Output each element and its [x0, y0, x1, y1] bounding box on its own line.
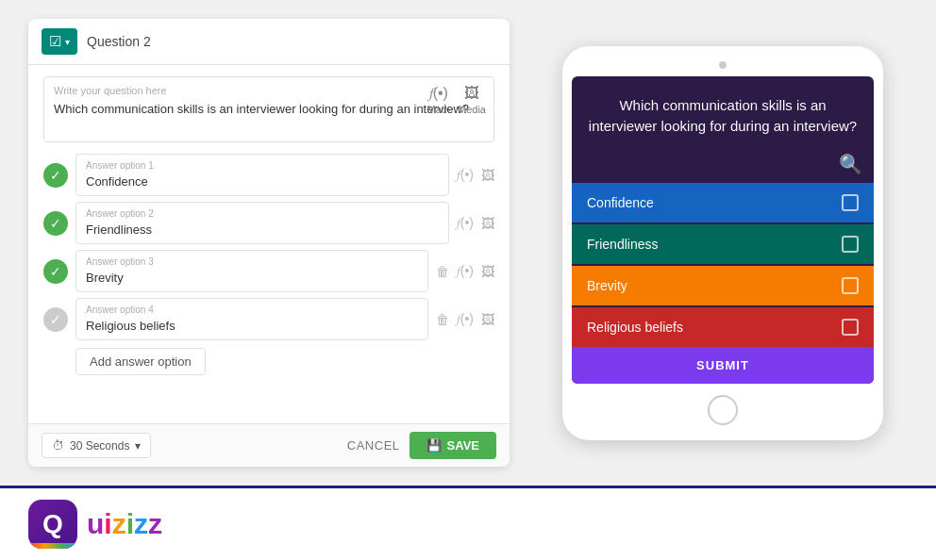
quizizz-logo-text: uizizz — [87, 508, 162, 540]
save-button[interactable]: 💾 SAVE — [410, 432, 496, 459]
question-type-button[interactable]: ☑ ▾ — [42, 28, 77, 55]
logo-text-i: i — [104, 508, 111, 539]
save-floppy-icon: 💾 — [426, 438, 442, 453]
screen-answer-4-label: Religious beliefs — [587, 320, 683, 335]
math-button[interactable]: 𝑓(•) Math — [427, 85, 450, 115]
answer-3-label: Answer option 3 — [86, 256, 418, 267]
timer-label: 30 Seconds — [70, 439, 129, 453]
bottom-bar: Q uizizz — [0, 486, 936, 560]
answer-3-math-icon[interactable]: 𝑓(•) — [457, 263, 474, 279]
screen-submit-button[interactable]: SUBMIT — [572, 347, 874, 384]
answers-list: ✓ Answer option 1 Confidence 𝑓(•) 🖼 ✓ An… — [43, 154, 494, 340]
logo-text-z: z — [112, 508, 126, 539]
question-placeholder-label: Write your question here — [54, 85, 484, 96]
device-home-button[interactable] — [708, 395, 738, 425]
screen-question-text: Which communication skills is an intervi… — [572, 76, 874, 153]
answer-4-input[interactable]: Answer option 4 Religious beliefs — [75, 298, 428, 340]
answer-3-value: Brevity — [86, 271, 124, 285]
editor-panel: ☑ ▾ Question 2 Write your question here … — [28, 19, 510, 467]
answer-1-check[interactable]: ✓ — [43, 163, 68, 188]
device-top — [572, 61, 874, 69]
media-icon: 🖼 — [464, 85, 479, 102]
answer-row: ✓ Answer option 1 Confidence 𝑓(•) 🖼 — [43, 154, 494, 196]
answer-2-actions: 𝑓(•) 🖼 — [457, 215, 494, 231]
editor-body: Write your question here Which communica… — [28, 65, 510, 423]
answer-2-value: Friendliness — [86, 222, 152, 237]
screen-answer-1[interactable]: Confidence — [572, 183, 874, 222]
media-label: Media — [458, 104, 486, 115]
screen-answer-3[interactable]: Brevity — [572, 266, 874, 305]
answer-3-input[interactable]: Answer option 3 Brevity — [75, 250, 428, 292]
device-speaker — [719, 61, 727, 69]
answer-1-image-icon[interactable]: 🖼 — [481, 168, 494, 183]
logo-q-letter: Q — [42, 509, 63, 539]
question-actions: 𝑓(•) Math 🖼 Media — [427, 85, 486, 115]
device-bottom — [572, 395, 874, 425]
screen-answer-2-checkbox[interactable] — [842, 236, 859, 253]
answer-2-input[interactable]: Answer option 2 Friendliness — [75, 202, 449, 244]
save-label: SAVE — [447, 438, 479, 453]
screen-answer-2[interactable]: Friendliness — [572, 224, 874, 264]
answer-4-label: Answer option 4 — [86, 305, 418, 315]
screen-answer-3-label: Brevity — [587, 278, 627, 293]
answer-1-input[interactable]: Answer option 1 Confidence — [75, 154, 449, 196]
answer-row: ✓ Answer option 4 Religious beliefs 🗑 𝑓(… — [43, 298, 494, 340]
answer-4-image-icon[interactable]: 🖼 — [481, 312, 494, 327]
answer-2-check[interactable]: ✓ — [43, 211, 68, 236]
dropdown-arrow-icon: ▾ — [65, 37, 70, 47]
device-frame: Which communication skills is an intervi… — [562, 46, 883, 440]
answer-4-math-icon[interactable]: 𝑓(•) — [457, 311, 474, 327]
screen-answer-3-checkbox[interactable] — [842, 277, 859, 294]
screen-answer-4[interactable]: Religious beliefs — [572, 307, 874, 347]
quizizz-logo-icon: Q — [28, 500, 77, 549]
logo-text-u: u — [87, 508, 104, 539]
logo-text-z2: z — [134, 508, 148, 539]
answer-row: ✓ Answer option 3 Brevity 🗑 𝑓(•) 🖼 — [43, 250, 494, 292]
timer-button[interactable]: ⏱ 30 Seconds ▾ — [42, 433, 151, 458]
screen-answer-1-checkbox[interactable] — [842, 194, 859, 211]
answer-4-actions: 🗑 𝑓(•) 🖼 — [436, 311, 494, 327]
answer-row: ✓ Answer option 2 Friendliness 𝑓(•) 🖼 — [43, 202, 494, 244]
screen-search-icon: 🔍 — [572, 153, 874, 183]
question-text[interactable]: Which communication skills is an intervi… — [54, 100, 484, 134]
logo-text-z3: z — [148, 508, 162, 539]
answer-2-image-icon[interactable]: 🖼 — [481, 216, 494, 231]
screen-answer-2-label: Friendliness — [587, 237, 658, 252]
math-icon: 𝑓(•) — [429, 85, 448, 102]
timer-dropdown-icon: ▾ — [135, 439, 141, 453]
answer-1-actions: 𝑓(•) 🖼 — [457, 167, 494, 183]
answer-3-image-icon[interactable]: 🖼 — [481, 264, 494, 279]
screen-answer-4-checkbox[interactable] — [842, 319, 859, 336]
answer-3-actions: 🗑 𝑓(•) 🖼 — [436, 263, 494, 279]
cancel-button[interactable]: CANCEL — [347, 438, 400, 453]
add-answer-button[interactable]: Add answer option — [75, 348, 206, 375]
device-screen: Which communication skills is an intervi… — [572, 76, 874, 384]
answer-2-label: Answer option 2 — [86, 208, 439, 219]
screen-answer-1-label: Confidence — [587, 195, 654, 210]
media-button[interactable]: 🖼 Media — [458, 85, 486, 115]
check-icon: ☑ — [49, 33, 61, 50]
footer-right: CANCEL 💾 SAVE — [347, 432, 496, 459]
timer-icon: ⏱ — [52, 438, 64, 453]
question-input-area: Write your question here Which communica… — [43, 76, 494, 142]
answer-3-delete-icon[interactable]: 🗑 — [436, 264, 449, 279]
preview-panel: Which communication skills is an intervi… — [538, 19, 908, 467]
question-number-label: Question 2 — [87, 34, 151, 49]
answer-2-math-icon[interactable]: 𝑓(•) — [457, 215, 474, 231]
answer-4-delete-icon[interactable]: 🗑 — [436, 312, 449, 327]
answer-4-value: Religious beliefs — [86, 319, 176, 333]
screen-answers: Confidence Friendliness Brevity Religiou… — [572, 183, 874, 347]
answer-1-label: Answer option 1 — [86, 160, 439, 171]
editor-footer: ⏱ 30 Seconds ▾ CANCEL 💾 SAVE — [28, 423, 510, 467]
answer-1-math-icon[interactable]: 𝑓(•) — [457, 167, 474, 183]
answer-1-value: Confidence — [86, 174, 148, 189]
answer-3-check[interactable]: ✓ — [43, 259, 68, 284]
math-label: Math — [427, 104, 450, 115]
answer-4-check[interactable]: ✓ — [43, 307, 68, 332]
logo-text-i2: i — [126, 508, 134, 539]
editor-header: ☑ ▾ Question 2 — [28, 19, 510, 65]
